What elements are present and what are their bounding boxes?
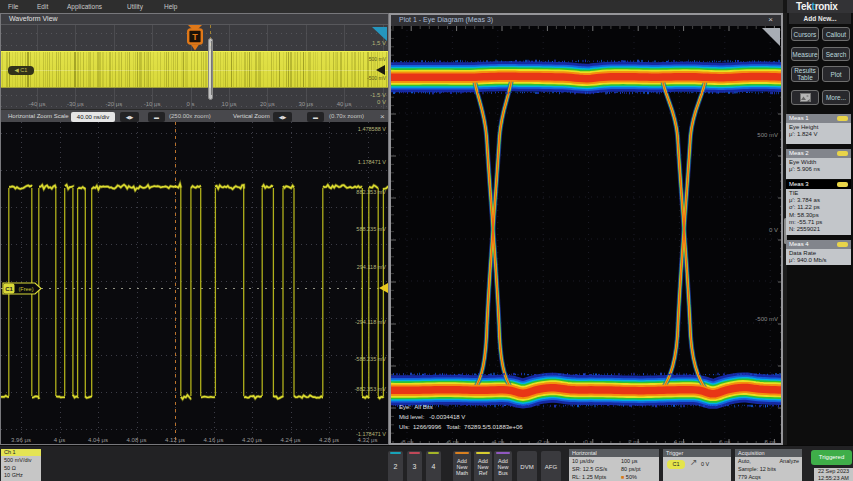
svg-text:(Free): (Free) — [19, 286, 34, 292]
svg-text:C1: C1 — [5, 286, 13, 292]
svg-text:T: T — [192, 32, 198, 42]
